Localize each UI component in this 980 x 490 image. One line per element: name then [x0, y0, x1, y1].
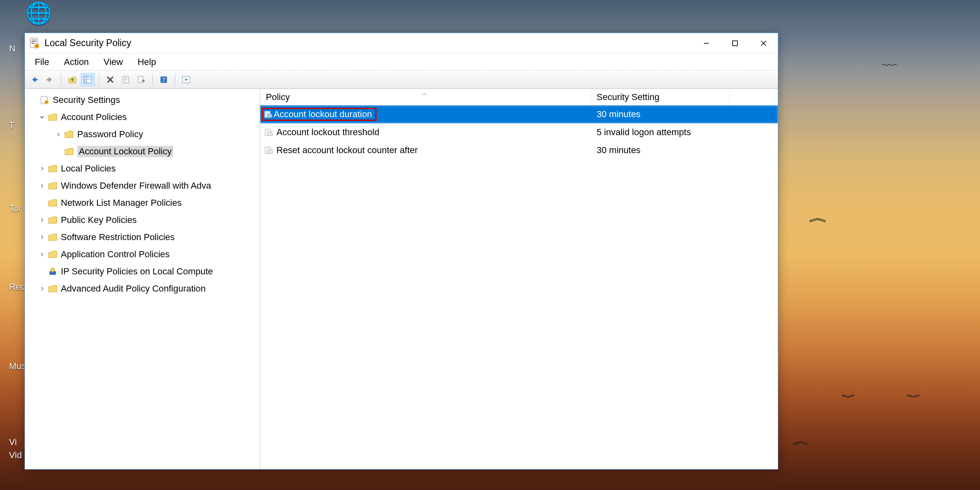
folder-icon [47, 198, 58, 207]
tree-item-public-key-policies[interactable]: Public Key Policies [25, 212, 260, 229]
window-title: Local Security Policy [45, 38, 131, 49]
tree-root-security-settings[interactable]: Security Settings [25, 91, 260, 109]
tree-item-software-restriction-policies[interactable]: Software Restriction Policies [25, 229, 260, 246]
policy-setting: 30 minutes [591, 109, 730, 120]
tree-label: IP Security Policies on Local Compute [61, 266, 213, 277]
tree-label: Password Policy [77, 129, 143, 140]
titlebar[interactable]: Local Security Policy [25, 33, 778, 53]
bird-decoration: ︽ [792, 434, 810, 448]
properties-button[interactable] [119, 73, 133, 86]
svg-rect-36 [268, 132, 272, 136]
tree-item-local-policies[interactable]: Local Policies [25, 160, 260, 177]
expand-icon[interactable] [37, 183, 47, 188]
tree-item-account-policies[interactable]: Account Policies [25, 109, 260, 126]
close-button[interactable] [749, 33, 778, 53]
tree-item-network-list-manager-policies[interactable]: Network List Manager Policies [25, 194, 260, 212]
bird-decoration: 〰 [882, 60, 897, 71]
svg-rect-8 [733, 41, 737, 46]
folder-icon [47, 233, 58, 242]
svg-rect-38 [268, 150, 272, 154]
tree-item-account-lockout-policy[interactable]: Account Lockout Policy [25, 143, 260, 160]
export-list-button[interactable] [134, 73, 148, 86]
tree-pane[interactable]: Security Settings Account Policies Passw… [25, 89, 260, 469]
help-button[interactable]: ? [157, 73, 171, 86]
tree-label: Software Restriction Policies [61, 232, 175, 243]
policy-name: Reset account lockout counter after [276, 145, 418, 156]
delete-button[interactable] [103, 73, 117, 86]
desktop-label: Mus [9, 361, 26, 372]
toolbar-separator [152, 74, 153, 85]
minimize-button[interactable] [692, 33, 721, 53]
collapse-icon[interactable] [37, 115, 47, 120]
desktop-icon[interactable]: 🌐 [22, 1, 55, 26]
folder-icon [47, 113, 58, 122]
svg-rect-2 [31, 41, 36, 42]
maximize-button[interactable] [721, 33, 749, 53]
tree-item-advanced-audit-policy[interactable]: Advanced Audit Policy Configuration [25, 280, 260, 297]
tree-item-application-control-policies[interactable]: Application Control Policies [25, 246, 260, 263]
column-header-setting[interactable]: Security Setting [591, 89, 730, 105]
svg-point-32 [51, 268, 55, 272]
forward-button[interactable] [43, 73, 57, 86]
toolbar: ? [25, 71, 778, 89]
tree-label: Account Lockout Policy [79, 146, 172, 156]
toolbar-separator [99, 74, 99, 85]
desktop-label: Tor [9, 203, 22, 214]
tree-label: Public Key Policies [61, 215, 137, 225]
expand-icon[interactable] [37, 235, 47, 240]
tree-label: Application Control Policies [61, 249, 170, 260]
menu-view[interactable]: View [96, 54, 130, 70]
toolbar-separator [61, 74, 61, 85]
folder-icon [63, 147, 75, 156]
expand-icon[interactable] [37, 252, 47, 257]
desktop-label: T [9, 120, 14, 131]
policy-name: Account lockout threshold [276, 127, 379, 138]
annotation-highlight: Account lockout duration [262, 108, 376, 121]
list-body: Account lockout duration 30 minutes Acco… [260, 105, 778, 469]
desktop-label: Vid [9, 450, 22, 461]
svg-rect-1 [31, 40, 36, 40]
policy-icon [263, 145, 274, 155]
policy-setting: 5 invalid logon attempts [591, 127, 730, 138]
list-header: ︿ Policy Security Setting [260, 89, 778, 105]
expand-icon[interactable] [37, 218, 47, 223]
back-button[interactable] [27, 73, 41, 86]
list-row-account-lockout-duration[interactable]: Account lockout duration 30 minutes [260, 105, 778, 123]
svg-rect-11 [35, 79, 38, 80]
svg-rect-3 [31, 43, 35, 44]
tree-label: Windows Defender Firewall with Adva [61, 180, 211, 191]
svg-rect-30 [46, 101, 48, 103]
menu-help[interactable]: Help [130, 54, 163, 70]
policy-icon [263, 127, 274, 137]
menu-file[interactable]: File [27, 54, 56, 70]
list-row-account-lockout-threshold[interactable]: Account lockout threshold 5 invalid logo… [260, 123, 778, 141]
refresh-button[interactable] [179, 73, 193, 86]
expand-icon[interactable] [53, 132, 63, 137]
list-row-reset-account-lockout-counter[interactable]: Reset account lockout counter after 30 m… [260, 141, 778, 159]
sort-caret-icon: ︿ [422, 90, 428, 97]
toolbar-separator [175, 74, 175, 85]
svg-rect-12 [47, 79, 49, 80]
policy-name: Account lockout duration [274, 109, 372, 120]
menubar: File Action View Help [25, 53, 778, 71]
tree-item-windows-defender-firewall[interactable]: Windows Defender Firewall with Adva [25, 177, 260, 194]
show-hide-tree-button[interactable] [81, 73, 95, 86]
svg-rect-19 [123, 76, 129, 83]
bird-decoration: ︽ [808, 209, 828, 225]
security-settings-icon [39, 96, 50, 105]
local-security-policy-window: Local Security Policy File Action View H… [24, 33, 778, 470]
menu-action[interactable]: Action [56, 54, 96, 70]
tree-item-password-policy[interactable]: Password Policy [25, 126, 260, 143]
expand-icon[interactable] [37, 166, 47, 171]
desktop-label: N [9, 43, 16, 54]
globe-icon: 🌐 [22, 1, 55, 26]
svg-rect-23 [138, 76, 143, 82]
expand-icon[interactable] [37, 286, 47, 291]
bird-decoration: ︾ [906, 392, 921, 404]
client-area: Security Settings Account Policies Passw… [25, 89, 778, 469]
policy-icon [263, 109, 274, 119]
tree-item-ip-security-policies[interactable]: IP Security Policies on Local Compute [25, 263, 260, 280]
tree-label: Advanced Audit Policy Configuration [61, 283, 206, 294]
ipsec-icon [47, 267, 58, 276]
up-one-level-button[interactable] [65, 73, 79, 86]
